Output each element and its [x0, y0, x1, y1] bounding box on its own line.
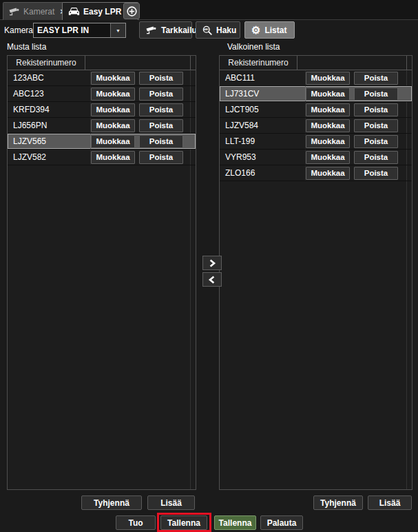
dropdown-arrow-button[interactable]: ▼ — [110, 23, 125, 37]
plate-number: VYR953 — [220, 150, 306, 165]
table-row[interactable]: LJZV582 Muokkaa Poista — [8, 150, 196, 165]
cctv-camera-icon — [146, 26, 157, 34]
whitelist-add-button[interactable]: Lisää — [368, 495, 412, 510]
button-label: Haku — [216, 25, 236, 35]
button-label: Tarkkailu — [161, 25, 197, 35]
header-filler — [297, 56, 406, 70]
import-button[interactable]: Tuo — [116, 515, 156, 530]
delete-button[interactable]: Poista — [354, 103, 398, 116]
plus-circle-icon — [127, 6, 137, 17]
camera-select[interactable]: EASY LPR IN ▼ — [33, 23, 126, 38]
cctv-camera-icon — [9, 8, 20, 16]
plate-number: LJZV582 — [8, 150, 91, 165]
table-body: 123ABC Muokkaa Poista ABC123 Muokkaa Poi… — [8, 70, 196, 165]
tab-kamerat[interactable]: Kamerat × — [3, 2, 72, 20]
blacklist-title: Musta lista — [7, 42, 46, 52]
move-to-whitelist-button[interactable] — [202, 256, 222, 270]
delete-button[interactable]: Poista — [354, 88, 398, 101]
chevron-left-icon — [208, 276, 216, 284]
plate-number: LJCT905 — [220, 102, 306, 117]
header-registration-number[interactable]: Rekisterinumero — [8, 56, 85, 70]
delete-button[interactable]: Poista — [354, 151, 398, 164]
magnifier-abc-icon: ABC — [202, 25, 212, 35]
tab-label: Kamerat — [23, 7, 54, 17]
whitelist-table: Rekisterinumero ABC111 Muokkaa Poista LJ… — [219, 55, 412, 490]
table-row[interactable]: LJ731CV Muokkaa Poista — [220, 86, 412, 102]
table-row[interactable]: LJCT905 Muokkaa Poista — [220, 102, 412, 118]
edit-button[interactable]: Muokkaa — [91, 88, 135, 101]
tarkkailu-button[interactable]: Tarkkailu — [139, 21, 192, 39]
table-row[interactable]: LJZV584 Muokkaa Poista — [220, 118, 412, 134]
delete-button[interactable]: Poista — [139, 151, 183, 164]
edit-button[interactable]: Muokkaa — [306, 151, 350, 164]
move-to-blacklist-button[interactable] — [202, 272, 222, 287]
whitelist-title: Valkoinen lista — [227, 42, 280, 52]
camera-label: Kamera: — [4, 25, 35, 35]
delete-button[interactable]: Poista — [139, 88, 183, 101]
save-button-green[interactable]: Tallenna — [214, 515, 256, 530]
svg-text:ABC: ABC — [204, 28, 209, 31]
haku-button[interactable]: ABC Haku — [196, 21, 240, 39]
save-button[interactable]: Tallenna — [160, 515, 207, 530]
delete-button[interactable]: Poista — [139, 135, 183, 148]
delete-button[interactable]: Poista — [139, 103, 183, 116]
tab-label: Easy LPR — [83, 7, 121, 17]
app-window: Kamerat × Easy LPR × — [0, 0, 418, 532]
table-row[interactable]: VYR953 Muokkaa Poista — [220, 150, 412, 165]
blacklist-clear-button[interactable]: Tyhjennä — [81, 495, 142, 510]
table-row[interactable]: LJ656PN Muokkaa Poista — [8, 118, 196, 134]
table-body: ABC111 Muokkaa Poista LJ731CV Muokkaa Po… — [220, 70, 412, 181]
tab-bar: Kamerat × Easy LPR × — [0, 0, 418, 20]
plate-number: LLT-199 — [220, 134, 306, 149]
edit-button[interactable]: Muokkaa — [91, 151, 135, 164]
delete-button[interactable]: Poista — [354, 135, 398, 148]
gear-icon: ⚙ — [251, 25, 260, 35]
restore-button[interactable]: Palauta — [260, 515, 303, 530]
plate-number: LJ656PN — [8, 118, 91, 133]
plate-number: LJZV584 — [220, 118, 306, 133]
add-tab-button[interactable] — [123, 3, 140, 19]
delete-button[interactable]: Poista — [354, 167, 398, 180]
delete-button[interactable]: Poista — [354, 72, 398, 85]
table-row[interactable]: ABC123 Muokkaa Poista — [8, 86, 196, 102]
edit-button[interactable]: Muokkaa — [306, 103, 350, 116]
table-header: Rekisterinumero — [8, 56, 196, 70]
button-label: Listat — [264, 25, 286, 35]
whitelist-clear-button[interactable]: Tyhjennä — [313, 495, 363, 510]
table-row[interactable]: LJZV565 Muokkaa Poista — [8, 134, 196, 150]
table-row[interactable]: ABC111 Muokkaa Poista — [220, 70, 412, 86]
delete-button[interactable]: Poista — [354, 119, 398, 132]
plate-number: 123ABC — [8, 70, 91, 85]
table-header: Rekisterinumero — [220, 56, 412, 70]
plate-number: KRFD394 — [8, 102, 91, 117]
header-filler — [85, 56, 190, 70]
edit-button[interactable]: Muokkaa — [306, 135, 350, 148]
header-strip — [190, 56, 196, 70]
edit-button[interactable]: Muokkaa — [91, 72, 135, 85]
plate-number: ZLO166 — [220, 165, 306, 181]
table-row[interactable]: KRFD394 Muokkaa Poista — [8, 102, 196, 118]
delete-button[interactable]: Poista — [139, 72, 183, 85]
edit-button[interactable]: Muokkaa — [306, 167, 350, 180]
blacklist-table: Rekisterinumero 123ABC Muokkaa Poista AB… — [7, 55, 196, 490]
edit-button[interactable]: Muokkaa — [91, 135, 135, 148]
table-row[interactable]: LLT-199 Muokkaa Poista — [220, 134, 412, 150]
chevron-right-icon — [208, 259, 216, 267]
listat-button[interactable]: ⚙ Listat — [244, 21, 295, 39]
edit-button[interactable]: Muokkaa — [91, 103, 135, 116]
edit-button[interactable]: Muokkaa — [91, 119, 135, 132]
car-icon — [68, 7, 80, 16]
edit-button[interactable]: Muokkaa — [306, 72, 350, 85]
plate-number: ABC123 — [8, 86, 91, 101]
edit-button[interactable]: Muokkaa — [306, 88, 350, 101]
plate-number: ABC111 — [220, 70, 306, 85]
table-row[interactable]: 123ABC Muokkaa Poista — [8, 70, 196, 86]
header-registration-number[interactable]: Rekisterinumero — [220, 56, 297, 70]
camera-select-value: EASY LPR IN — [34, 23, 110, 37]
blacklist-add-button[interactable]: Lisää — [147, 495, 195, 510]
delete-button[interactable]: Poista — [139, 119, 183, 132]
table-row[interactable]: ZLO166 Muokkaa Poista — [220, 165, 412, 181]
chevron-down-icon: ▼ — [116, 28, 121, 33]
edit-button[interactable]: Muokkaa — [306, 119, 350, 132]
plate-number: LJ731CV — [220, 86, 306, 101]
